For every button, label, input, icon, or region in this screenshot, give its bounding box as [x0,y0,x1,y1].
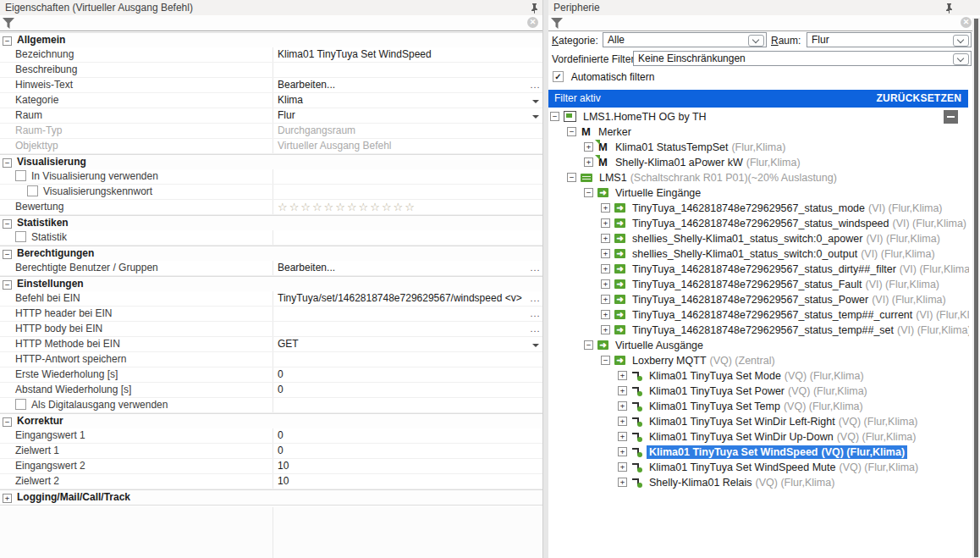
tree-item-label[interactable]: Klima01 TinyTuya Set WinDir Up-Down(VQ) … [647,430,918,444]
ellipsis-button[interactable]: ... [530,293,540,303]
tree-row[interactable]: +➜TinyTuya_1462818748e729629567_status_m… [548,201,969,216]
tree-expander-icon[interactable]: + [601,249,610,258]
tree-expander-icon[interactable]: + [601,310,610,319]
tree-expander-icon[interactable]: + [601,295,610,304]
tree-row[interactable]: −MMerker [548,124,969,140]
auto-filter-checkbox[interactable]: ✓ [553,71,564,82]
tree-item-label[interactable]: Klima01 TinyTuya Set WinDir Left-Right(V… [647,415,921,428]
tree-item-label[interactable]: Klima01 TinyTuya Set WindSpeed(VQ) (Flur… [647,445,907,459]
tree-row[interactable]: +➜shellies_Shelly-Klima01_status_switch:… [548,246,969,262]
tree-expander-icon[interactable]: + [618,401,627,411]
tree-expander-icon[interactable]: + [618,432,627,441]
tree-expander-icon[interactable]: + [601,325,610,334]
property-value[interactable] [273,352,528,367]
tree-item-label[interactable]: Merker [596,125,634,139]
property-value[interactable]: GET [273,337,528,351]
section-expander-icon[interactable]: + [3,494,12,503]
section-expander-icon[interactable]: − [3,219,12,229]
property-checkbox[interactable] [27,185,38,196]
tree-row[interactable]: +➜TinyTuya_1462818748e729629567_status_w… [548,216,969,231]
property-value[interactable]: 0 [273,367,528,382]
tree-expander-icon[interactable]: + [601,234,610,243]
property-value[interactable]: 0 [273,428,528,443]
property-value[interactable]: Flur [273,108,528,123]
property-value[interactable]: 0 [273,444,528,458]
tree-row[interactable]: +➜shellies_Shelly-Klima01_status_switch:… [548,231,969,246]
property-value[interactable] [273,63,528,77]
scrollbar-thumb[interactable] [974,19,978,557]
tree-expander-icon[interactable]: − [584,340,593,350]
tree-expander-icon[interactable]: + [618,371,627,380]
tree-row[interactable]: −LMS1.HomeTH OG by TH [548,109,969,124]
dropdown-arrow-icon[interactable] [532,115,539,119]
tree-row[interactable]: +Klima01 TinyTuya Set WinDir Up-Down(VQ)… [548,429,969,445]
dropdown-arrow-icon[interactable] [532,100,539,103]
ellipsis-button[interactable]: ... [530,308,540,318]
tree-expander-icon[interactable]: + [584,157,593,167]
property-value[interactable]: Klima [273,93,528,108]
tree-item-label[interactable]: LMS1(Schaltschrank R01 P01)(~20% Auslast… [597,171,840,185]
tree-expander-icon[interactable]: + [601,264,610,273]
pin-icon[interactable] [944,3,954,13]
tree-expander-icon[interactable]: − [584,188,593,197]
tree-item-label[interactable]: LMS1.HomeTH OG by TH [581,110,709,124]
tree-item-label[interactable]: TinyTuya_1462818748e729629567_status_dir… [630,262,969,276]
property-checkbox[interactable] [15,231,26,242]
property-value[interactable]: 10 [273,459,528,473]
property-value[interactable]: TinyTuya/set/1462818748e729629567/windsp… [273,291,528,306]
tree-item-label[interactable]: Virtuelle Eingänge [613,186,703,200]
tree-item-label[interactable]: TinyTuya_1462818748e729629567_status_win… [630,217,969,230]
tree-row[interactable]: +Klima01 TinyTuya Set WinDir Left-Right(… [548,414,969,429]
tree-row[interactable]: −➜Loxberry MQTT(VQ) (Zentral) [548,353,969,368]
tree-item-label[interactable]: Klima01 TinyTuya Set Mode(VQ) (Flur,Klim… [647,369,867,383]
tree-row[interactable]: +MKlima01 StatusTempSet(Flur,Klima) [548,140,969,155]
property-value[interactable] [273,322,528,336]
chevron-down-icon[interactable] [953,35,969,47]
tree-row[interactable]: +Klima01 TinyTuya Set Temp(VQ) (Flur,Kli… [548,399,969,414]
tree-expander-icon[interactable]: − [567,173,576,182]
tree-item-label[interactable]: Loxberry MQTT(VQ) (Zentral) [630,354,778,367]
chevron-down-icon[interactable] [953,53,969,65]
tree-expander-icon[interactable]: + [601,279,610,289]
ellipsis-button[interactable]: ... [530,323,540,334]
section-expander-icon[interactable]: − [3,158,12,168]
clear-filter-icon[interactable]: ✕ [961,17,972,28]
tree-item-label[interactable]: Klima01 StatusTempSet(Flur,Klima) [613,141,788,154]
property-value[interactable]: 10 [273,474,528,489]
section-expander-icon[interactable]: − [3,280,12,290]
tree-item-label[interactable]: Klima01 TinyTuya Set Temp(VQ) (Flur,Klim… [647,400,866,413]
tree-expander-icon[interactable]: + [618,478,627,487]
section-expander-icon[interactable]: − [3,250,12,259]
tree-item-label[interactable]: Shelly-Klima01 aPower kW(Flur,Klima) [613,156,803,169]
tree-row[interactable]: +➜TinyTuya_1462818748e729629567_status_d… [548,262,969,277]
tree-row[interactable]: +Klima01 TinyTuya Set WindSpeed(VQ) (Flu… [548,445,969,460]
tree-item-label[interactable]: Klima01 TinyTuya Set Power(VQ) (Flur,Kli… [647,384,870,398]
tree-row[interactable]: +Klima01 TinyTuya Set Power(VQ) (Flur,Kl… [548,384,969,399]
tree-expander-icon[interactable]: + [618,462,627,472]
tree-item-label[interactable]: Shelly-Klima01 Relais(VQ) (Flur,Klima) [647,476,837,489]
clear-filter-icon[interactable]: ✕ [527,17,538,28]
tree-item-label[interactable]: Virtuelle Ausgänge [613,339,706,352]
vertical-scrollbar[interactable] [972,18,980,558]
tree-expander-icon[interactable]: + [601,218,610,228]
rating-stars[interactable]: ☆☆☆☆☆☆☆☆☆☆☆☆ [278,201,416,213]
tree-row[interactable]: −LMS1(Schaltschrank R01 P01)(~20% Auslas… [548,170,969,185]
room-select[interactable]: Flur [807,32,972,47]
tree-expander-icon[interactable]: − [601,356,610,365]
pin-icon[interactable] [530,3,539,13]
tree-expander-icon[interactable]: + [601,203,610,213]
predefined-filter-select[interactable]: Keine Einschränkungen [633,51,972,66]
tree-item-label[interactable]: shellies_Shelly-Klima01_status_switch:0_… [630,247,938,261]
tree-expander-icon[interactable]: + [618,417,627,426]
chevron-down-icon[interactable] [748,35,764,47]
tree-expander-icon[interactable]: − [550,112,559,121]
tree-item-label[interactable]: TinyTuya_1462818748e729629567_status_Fau… [630,278,942,291]
tree-row[interactable]: +MShelly-Klima01 aPower kW(Flur,Klima) [548,155,969,170]
property-value[interactable] [273,307,528,321]
periphery-filter-input[interactable] [565,16,963,29]
property-checkbox[interactable] [15,170,26,181]
reset-filter-button[interactable]: ZURÜCKSETZEN [877,90,961,108]
tree-expander-icon[interactable]: + [618,447,627,456]
tree-item-label[interactable]: TinyTuya_1462818748e729629567_status_Pow… [630,293,949,307]
tree-row[interactable]: +➜TinyTuya_1462818748e729629567_status_P… [548,292,969,307]
